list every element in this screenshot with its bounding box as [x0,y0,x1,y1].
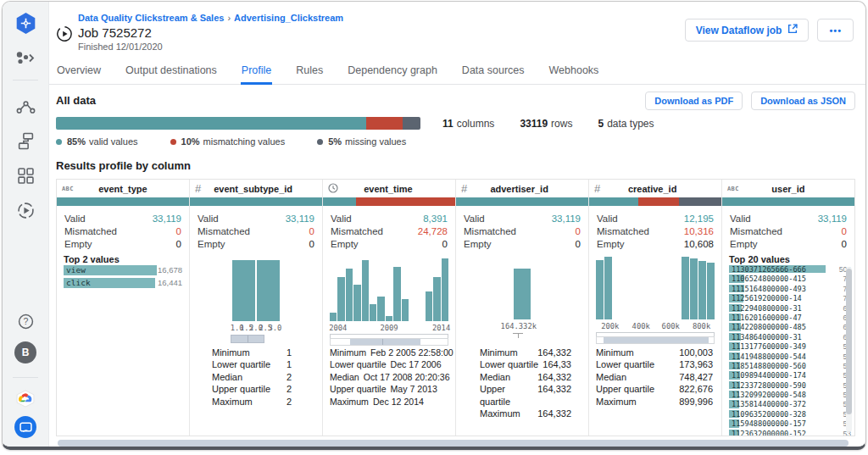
top-value-row[interactable]: 1130371265666-666500 [729,265,839,274]
count-value-valid: 33,119 [818,213,847,225]
column-header-user_id[interactable]: ABCuser_id [722,180,854,197]
tab-webhooks[interactable]: Webhooks [548,59,600,85]
range-slider[interactable] [596,336,715,344]
top-value-row[interactable]: 1122940800000-3166 [729,304,839,313]
top-value-row[interactable]: 1115164800000-49378 [729,285,839,293]
legend-item-valid-values: 85%valid values [56,136,138,147]
vertical-scrollbar[interactable] [846,267,852,432]
histogram-bar [377,297,384,321]
column-header-creative_id[interactable]: #creative_id [589,180,721,197]
vertical-scrollbar-thumb[interactable] [846,269,852,414]
top-value-row[interactable]: 1123372800000-59055 [729,381,839,390]
top-value-row[interactable]: 1132099200000-54854 [729,391,839,399]
count-value-valid: 33,119 [552,213,581,225]
column-name: advertiser_id [467,184,583,194]
top-value-label: 1141948800000-544 [732,352,806,361]
cloud-shell-icon[interactable] [14,416,36,438]
dataset-stats: 11columns33119rows5data types [442,118,654,130]
column-summary-stats: Minimum100,003Lower quartile173,963Media… [589,347,721,408]
download-json-button[interactable]: Download as JSON [751,92,855,110]
column-header-event_time[interactable]: event_time [323,180,455,197]
top-value-label: 1159488000000-157 [732,419,806,428]
breadcrumb-current-link[interactable]: Advertising_Clickstream [234,13,343,23]
quality-segment-teal [190,197,322,206]
summary-value: Feb 2 2005 22:58:00 [370,347,453,358]
column-name: user_id [739,184,849,194]
summary-label: Minimum [212,347,250,358]
column-header-event_type[interactable]: ABCevent_type [57,180,189,197]
top-value-row[interactable]: click16,441 [64,278,182,289]
dataprep-logo-icon[interactable] [14,12,37,35]
range-slider-selection[interactable] [350,339,420,345]
more-actions-button[interactable]: ••• [817,19,854,42]
range-slider[interactable] [231,335,264,343]
column-header-advertiser_id[interactable]: #advertiser_id [456,180,588,197]
download-pdf-button[interactable]: Download as PDF [645,92,743,110]
summary-value: Dec 17 2006 [391,358,442,370]
avatar[interactable]: B [14,341,36,363]
top-value-row[interactable]: 1135814400000-37254 [729,400,839,408]
top-value-row[interactable]: 1116201600000-4762 [729,314,839,322]
count-label: Valid [730,213,751,225]
count-row-empty: Empty0 [331,238,448,251]
top-value-row[interactable]: 1106524800000-41579 [729,275,839,283]
job-play-icon [56,25,73,46]
top-value-row[interactable]: 1123632000000-15253 [729,430,839,436]
library-icon[interactable] [18,168,34,184]
breadcrumb-root-link[interactable]: Data Quality Clickstream & Sales [78,13,224,23]
tab-rules[interactable]: Rules [295,59,324,85]
tab-data-sources[interactable]: Data sources [461,59,526,85]
summary-value: 164,332 [537,347,571,358]
count-label: Valid [198,213,219,225]
count-value-empty: 10,608 [684,238,714,251]
top-value-row[interactable]: 1185148800000-56057 [729,362,839,370]
summary-value: 1 [287,358,292,370]
top-value-row[interactable]: 1125619200000-1474 [729,294,839,302]
sidebar-divider [13,80,38,80]
datasets-icon[interactable] [18,132,34,150]
flow-graph-icon[interactable] [16,99,36,115]
google-cloud-icon[interactable] [15,390,36,408]
top-value-row[interactable]: 1141948800000-54457 [729,352,839,361]
histogram-bar [698,261,706,319]
top-value-row[interactable]: 1142208000000-48561 [729,323,839,331]
range-slider-handle[interactable] [382,339,383,345]
top-value-label: 1116201600000-47 [732,314,802,322]
top-value-row[interactable]: 1159488000000-15754 [729,419,839,428]
quality-segment-teal [456,197,588,206]
column-summary-stats: MinimumFeb 2 2005 22:58:00Lower quartile… [323,347,455,408]
count-value-valid: 33,119 [153,213,181,225]
summary-row-lower-quartile: Lower quartile1 [212,358,292,370]
flows-icon[interactable] [15,50,36,66]
axis-tick-label: 800k [693,322,710,330]
jobs-icon[interactable] [17,202,35,219]
top-values-title: Top 20 values [722,253,854,265]
column-name: creative_id [600,184,716,194]
top-value-label: 1130371265666-666 [732,265,806,274]
top-value-label: 1115164800000-493 [732,285,806,293]
tab-overview[interactable]: Overview [56,59,102,85]
column-header-event_subtype_id[interactable]: #event_subtype_id [190,180,322,197]
count-row-empty: Empty0 [464,238,581,251]
string-type-icon: ABC [727,186,739,192]
count-row-mismatched: Mismatched0 [198,225,314,238]
tab-dependency-graph[interactable]: Dependency graph [347,59,438,85]
summary-label: Upper quartile [596,383,654,395]
top-value-row[interactable]: 1109635200000-32854 [729,410,839,419]
view-dataflow-job-button[interactable]: View Dataflow job [685,19,810,42]
histogram-bar [232,260,255,321]
top-value-row[interactable]: 1113177600000-34957 [729,342,839,351]
axis-tick-label: 2004 [329,324,347,332]
summary-value: May 7 2013 [391,383,437,395]
count-label: Empty [464,238,492,251]
top-value-row[interactable]: 1134864000000-3160 [729,333,839,341]
horizontal-scrollbar-thumb[interactable] [58,440,849,447]
top-value-row[interactable]: 1109894400000-17455 [729,371,839,380]
tab-output-destinations[interactable]: Output destinations [125,59,218,85]
range-slider-selection[interactable] [604,337,709,343]
help-icon[interactable]: ? [18,314,34,330]
range-slider[interactable] [330,338,448,346]
top-value-row[interactable]: view16,678 [64,265,182,276]
count-row-mismatched: Mismatched10,316 [597,225,714,238]
tab-profile[interactable]: Profile [241,59,272,85]
